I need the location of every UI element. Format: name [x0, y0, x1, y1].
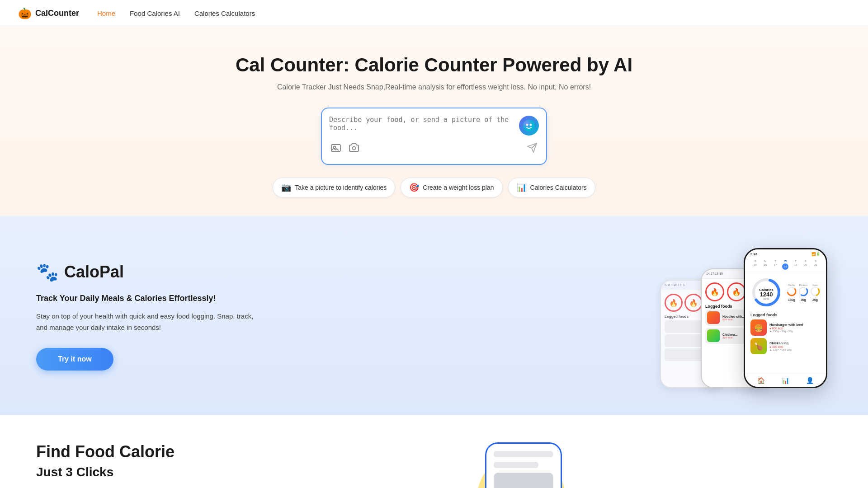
- quick-action-weight-loss[interactable]: 🎯 Create a weight loss plan: [401, 178, 502, 197]
- nav-link-calculators[interactable]: Calories Calculators: [194, 9, 255, 17]
- calopal-name: CaloPal: [64, 263, 124, 282]
- quick-action-calculators[interactable]: 📊 Calories Calculators: [508, 178, 595, 197]
- phone-main: 9:41 📶🔋 S M T W T F S 15: [744, 248, 827, 388]
- qa-label-weight-loss: Create a weight loss plan: [423, 184, 494, 191]
- calopal-section: 🐾 CaloPal Track Your Daily Meals & Calor…: [0, 216, 868, 415]
- nav-links: Home Food Calories AI Calories Calculato…: [97, 9, 255, 17]
- phone-illustration-container: [467, 442, 566, 488]
- svg-text:1240: 1240: [760, 291, 773, 298]
- ai-avatar: [519, 116, 539, 136]
- search-box: [321, 108, 547, 165]
- calopal-brand: 🐾 CaloPal: [36, 262, 262, 283]
- send-button[interactable]: [525, 141, 539, 157]
- calopal-description: Stay on top of your health with quick an…: [36, 310, 262, 333]
- hero-title: Cal Counter: Calorie Counter Powered by …: [9, 54, 859, 76]
- image-upload-button[interactable]: [329, 141, 343, 157]
- find-food-title: Find Food Calorie: [36, 442, 175, 461]
- svg-point-2: [530, 124, 532, 126]
- svg-point-0: [523, 120, 535, 131]
- quick-action-take-picture[interactable]: 📷 Take a picture to identify calories: [273, 178, 395, 197]
- find-food-illustration: [202, 442, 832, 488]
- find-food-subtitle: Just 3 Clicks: [36, 465, 175, 479]
- calopal-icon: 🐾: [36, 262, 59, 283]
- svg-text:kcal: kcal: [764, 297, 769, 300]
- quick-actions: 📷 Take a picture to identify calories 🎯 …: [9, 178, 859, 197]
- logo-link[interactable]: 🎃 CalCounter: [18, 7, 79, 20]
- calopal-tagline: Track Your Daily Meals & Calories Effort…: [36, 294, 262, 303]
- camera-button[interactable]: [347, 141, 361, 157]
- qa-label-take-picture: Take a picture to identify calories: [295, 184, 387, 191]
- target-icon: 🎯: [409, 183, 419, 192]
- nav-link-home[interactable]: Home: [97, 9, 115, 17]
- calopal-content: 🐾 CaloPal Track Your Daily Meals & Calor…: [36, 262, 262, 371]
- nav-link-food-calories[interactable]: Food Calories AI: [130, 9, 180, 17]
- hero-section: Cal Counter: Calorie Counter Powered by …: [0, 27, 868, 216]
- try-it-now-button[interactable]: Try it now: [36, 348, 113, 371]
- logo-icon: 🎃: [18, 7, 32, 20]
- logo-text: CalCounter: [35, 9, 79, 18]
- phone-mockups: S M T W T F S⋯ 🔥 🔥 Logged foods: [660, 244, 832, 388]
- svg-point-5: [353, 147, 356, 150]
- search-input[interactable]: [329, 116, 514, 134]
- svg-point-1: [526, 124, 528, 126]
- find-food-content: Find Food Calorie Just 3 Clicks: [36, 442, 175, 479]
- navbar: 🎃 CalCounter Home Food Calories AI Calor…: [0, 0, 868, 27]
- qa-label-calculators: Calories Calculators: [530, 184, 587, 191]
- chart-icon: 📊: [517, 183, 527, 192]
- camera-icon: 📷: [281, 183, 291, 192]
- find-food-section: Find Food Calorie Just 3 Clicks: [0, 415, 868, 488]
- hero-subtitle: Calorie Tracker Just Needs Snap,Real-tim…: [9, 83, 859, 91]
